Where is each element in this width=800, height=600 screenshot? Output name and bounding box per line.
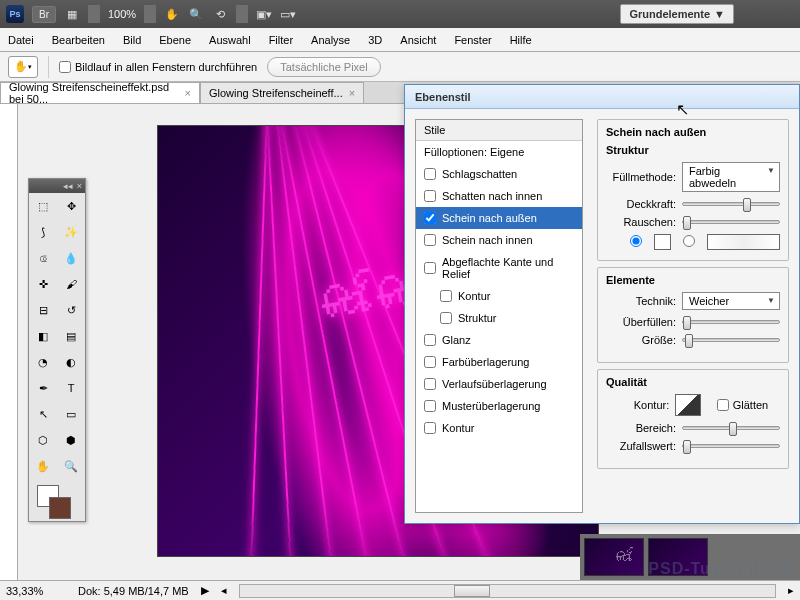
menu-filter[interactable]: Filter xyxy=(269,34,293,46)
crop-tool[interactable]: ⟃ xyxy=(29,245,57,271)
screenmode-icon[interactable]: ▭▾ xyxy=(280,6,296,22)
eyedropper-tool[interactable]: 💧 xyxy=(57,245,85,271)
3d-tool[interactable]: ⬡ xyxy=(29,427,57,453)
bridge-button[interactable]: Br xyxy=(32,6,56,23)
pen-tool[interactable]: ✒ xyxy=(29,375,57,401)
style-item[interactable]: Struktur xyxy=(416,307,582,329)
style-checkbox[interactable] xyxy=(424,234,436,246)
style-checkbox[interactable] xyxy=(424,168,436,180)
hand-icon[interactable]: ✋ xyxy=(164,6,180,22)
menu-fenster[interactable]: Fenster xyxy=(454,34,491,46)
style-checkbox[interactable] xyxy=(424,190,436,202)
glow-gradient-swatch[interactable] xyxy=(707,234,780,250)
style-item[interactable]: Kontur xyxy=(416,285,582,307)
style-checkbox[interactable] xyxy=(424,422,436,434)
style-item[interactable]: Schein nach außen xyxy=(416,207,582,229)
menu-bild[interactable]: Bild xyxy=(123,34,141,46)
path-tool[interactable]: ↖ xyxy=(29,401,57,427)
range-slider[interactable] xyxy=(682,426,780,430)
menu-hilfe[interactable]: Hilfe xyxy=(510,34,532,46)
color-radio[interactable] xyxy=(630,235,642,249)
jitter-slider[interactable] xyxy=(682,444,780,448)
style-checkbox[interactable] xyxy=(424,212,436,224)
style-checkbox[interactable] xyxy=(424,334,436,346)
style-item[interactable]: Schlagschatten xyxy=(416,163,582,185)
style-checkbox[interactable] xyxy=(424,378,436,390)
style-item[interactable]: Schein nach innen xyxy=(416,229,582,251)
chevron-right-icon[interactable]: ▶ xyxy=(201,584,209,597)
dodge-tool[interactable]: ◐ xyxy=(57,349,85,375)
wand-tool[interactable]: ✨ xyxy=(57,219,85,245)
document-tab[interactable]: Glowing Streifenscheineffekt.psd bei 50.… xyxy=(0,82,200,103)
workspace-selector[interactable]: Grundelemente▼ xyxy=(620,4,734,24)
style-checkbox[interactable] xyxy=(424,356,436,368)
eraser-tool[interactable]: ◧ xyxy=(29,323,57,349)
close-icon[interactable]: ✕ xyxy=(785,8,794,21)
opacity-slider[interactable] xyxy=(682,202,780,206)
zoom-value[interactable]: 100% xyxy=(108,8,136,20)
arrange-icon[interactable]: ▣▾ xyxy=(256,6,272,22)
menu-3d[interactable]: 3D xyxy=(368,34,382,46)
scroll-left-icon[interactable]: ◂ xyxy=(221,584,227,597)
lasso-tool[interactable]: ⟆ xyxy=(29,219,57,245)
frame-icon[interactable]: ▦ xyxy=(64,6,80,22)
style-item[interactable]: Glanz xyxy=(416,329,582,351)
menu-bearbeiten[interactable]: Bearbeiten xyxy=(52,34,105,46)
move-tool[interactable]: ✥ xyxy=(57,193,85,219)
scroll-all-checkbox[interactable]: Bildlauf in allen Fenstern durchführen xyxy=(59,61,257,73)
rotate-icon[interactable]: ⟲ xyxy=(212,6,228,22)
collapse-icon[interactable]: ◂◂ xyxy=(63,181,73,191)
menu-analyse[interactable]: Analyse xyxy=(311,34,350,46)
noise-slider[interactable] xyxy=(682,220,780,224)
type-tool[interactable]: T xyxy=(57,375,85,401)
size-slider[interactable] xyxy=(682,338,780,342)
style-item[interactable]: Schatten nach innen xyxy=(416,185,582,207)
style-item[interactable]: Fülloptionen: Eigene xyxy=(416,141,582,163)
style-checkbox[interactable] xyxy=(424,400,436,412)
blur-tool[interactable]: ◔ xyxy=(29,349,57,375)
hand-tool[interactable]: ✋ xyxy=(29,453,57,479)
layer-thumbnail[interactable]: ꫛ xyxy=(584,538,644,576)
style-item[interactable]: Kontur xyxy=(416,417,582,439)
zoom-icon[interactable]: 🔍 xyxy=(188,6,204,22)
spread-slider[interactable] xyxy=(682,320,780,324)
minimize-icon[interactable]: — xyxy=(752,8,763,21)
horizontal-scrollbar[interactable] xyxy=(239,584,776,598)
stamp-tool[interactable]: ⊟ xyxy=(29,297,57,323)
style-checkbox[interactable] xyxy=(440,290,452,302)
history-brush-tool[interactable]: ↺ xyxy=(57,297,85,323)
actual-pixels-button[interactable]: Tatsächliche Pixel xyxy=(267,57,380,77)
heal-tool[interactable]: ✜ xyxy=(29,271,57,297)
background-color[interactable] xyxy=(49,497,71,519)
zoom-tool[interactable]: 🔍 xyxy=(57,453,85,479)
style-item[interactable]: Musterüberlagerung xyxy=(416,395,582,417)
style-checkbox[interactable] xyxy=(440,312,452,324)
zoom-display[interactable]: 33,33% xyxy=(6,585,66,597)
document-tab[interactable]: Glowing Streifenscheineff...× xyxy=(200,82,364,103)
brush-tool[interactable]: 🖌 xyxy=(57,271,85,297)
restore-icon[interactable]: ☐ xyxy=(769,8,779,21)
close-icon[interactable]: × xyxy=(77,181,82,191)
style-checkbox[interactable] xyxy=(424,262,436,274)
3d-camera-tool[interactable]: ⬢ xyxy=(57,427,85,453)
shape-tool[interactable]: ▭ xyxy=(57,401,85,427)
style-item[interactable]: Farbüberlagerung xyxy=(416,351,582,373)
close-icon[interactable]: × xyxy=(349,87,355,99)
style-item[interactable]: Abgeflachte Kante und Relief xyxy=(416,251,582,285)
menu-ebene[interactable]: Ebene xyxy=(159,34,191,46)
close-icon[interactable]: × xyxy=(185,87,191,99)
scroll-right-icon[interactable]: ▸ xyxy=(788,584,794,597)
current-tool-indicator[interactable]: ✋▾ xyxy=(8,56,38,78)
blend-mode-select[interactable]: Farbig abwedeln xyxy=(682,162,780,192)
menu-auswahl[interactable]: Auswahl xyxy=(209,34,251,46)
contour-picker[interactable] xyxy=(675,394,701,416)
marquee-tool[interactable]: ⬚ xyxy=(29,193,57,219)
antialias-checkbox[interactable]: Glätten xyxy=(717,399,780,411)
gradient-tool[interactable]: ▤ xyxy=(57,323,85,349)
menu-datei[interactable]: Datei xyxy=(8,34,34,46)
style-item[interactable]: Verlaufsüberlagerung xyxy=(416,373,582,395)
glow-color-swatch[interactable] xyxy=(654,234,671,250)
menu-ansicht[interactable]: Ansicht xyxy=(400,34,436,46)
gradient-radio[interactable] xyxy=(683,235,695,249)
technique-select[interactable]: Weicher xyxy=(682,292,780,310)
